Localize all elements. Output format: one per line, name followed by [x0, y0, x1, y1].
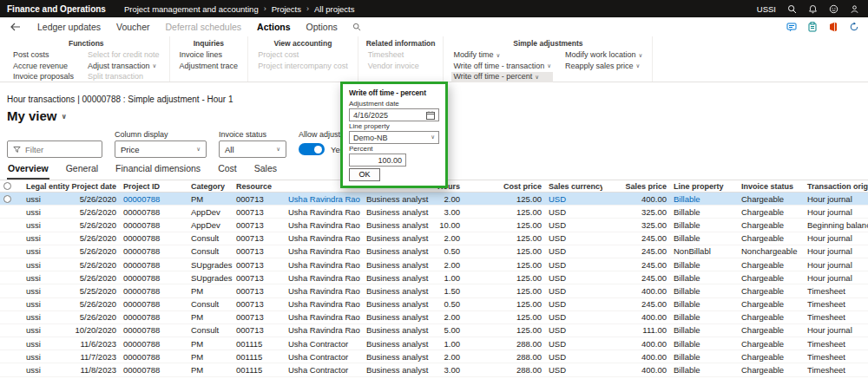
ribbon-column: Modify work location∨Reapply sales price…	[563, 50, 644, 82]
table-row[interactable]: ussi11/7/202300000788PM001115Usha Contra…	[0, 350, 868, 363]
column-header-sales-currency[interactable]: Sales currency	[545, 180, 602, 192]
table-row[interactable]: ussi5/26/202000000788AppDev000713Usha Ra…	[0, 206, 868, 219]
column-header-resource[interactable]: Resource	[233, 180, 285, 192]
column-header-transaction-origin[interactable]: Transaction origin	[804, 180, 868, 192]
quick-filter-input[interactable]: Filter	[7, 140, 102, 158]
bell-icon[interactable]	[808, 4, 818, 14]
cell-select[interactable]	[0, 284, 23, 297]
table-row[interactable]: ussi5/26/202000000788SUpgrades000713Usha…	[0, 258, 868, 271]
ribbon-button-write-off-time-percent[interactable]: Write off time - percent∨	[451, 72, 552, 82]
ribbon-button-label: Post costs	[13, 50, 49, 61]
cell-select[interactable]	[0, 258, 23, 271]
tab-overview[interactable]: Overview	[7, 162, 49, 180]
person-icon[interactable]	[850, 4, 859, 14]
column-header-category[interactable]: Category	[187, 180, 233, 192]
cell-select[interactable]	[0, 271, 23, 284]
calendar-icon[interactable]	[426, 111, 435, 120]
tab-sales[interactable]: Sales	[253, 162, 278, 180]
office-icon[interactable]	[828, 22, 838, 32]
column-header-legal-entity[interactable]: Legal entity	[23, 180, 71, 192]
column-header-select[interactable]	[0, 180, 23, 192]
cell-select[interactable]	[0, 298, 23, 310]
table-row[interactable]: ussi5/26/202000000788PM000713Usha Ravind…	[0, 193, 868, 206]
line-property-select[interactable]: Demo-NB ∨	[349, 131, 439, 144]
search-icon[interactable]	[787, 4, 797, 14]
ribbon-group-items: Invoice linesAdjustment trace	[178, 50, 240, 71]
cell-category: Consult	[187, 324, 233, 337]
tab-cost[interactable]: Cost	[217, 162, 238, 180]
tab-actions[interactable]: Actions	[249, 22, 299, 32]
ok-button[interactable]: OK	[349, 168, 380, 181]
ribbon-button-modify-work-location[interactable]: Modify work location∨	[563, 50, 644, 61]
cell-select[interactable]	[0, 363, 23, 376]
ribbon-button-modify-time[interactable]: Modify time∨	[451, 50, 552, 61]
column-header-invoice-status[interactable]: Invoice status	[738, 180, 804, 192]
cell-line-property: Billable	[670, 206, 738, 218]
cell-select[interactable]	[0, 232, 23, 245]
percent-input[interactable]: 100.00	[349, 154, 406, 167]
allow-adjustments-toggle[interactable]	[299, 143, 325, 155]
cell-select[interactable]	[0, 311, 23, 323]
ribbon-button-post-costs[interactable]: Post costs	[11, 50, 76, 61]
select-all-radio[interactable]	[3, 182, 11, 190]
table-row[interactable]: ussi10/20/202000000788Consult000713Usha …	[0, 324, 868, 337]
row-radio[interactable]	[3, 195, 11, 203]
column-header-cost-price[interactable]: Cost price	[464, 180, 545, 192]
adjustment-date-input[interactable]: 4/16/2025	[349, 108, 439, 121]
search-icon[interactable]	[345, 23, 368, 31]
breadcrumb-all-projects[interactable]: All projects	[310, 4, 358, 14]
invoice-status-select[interactable]: All ∨	[219, 140, 286, 158]
table-row[interactable]: ussi5/26/202000000788PM000713Usha Ravind…	[0, 311, 868, 324]
refresh-icon[interactable]	[849, 22, 859, 32]
app-name[interactable]: Finance and Operations	[0, 4, 120, 14]
tab-options[interactable]: Options	[299, 22, 345, 32]
tab-voucher[interactable]: Voucher	[108, 22, 158, 32]
cell-select[interactable]	[0, 337, 23, 350]
cell-select[interactable]	[0, 245, 23, 258]
ribbon-button-adjustment-trace[interactable]: Adjustment trace	[178, 62, 240, 72]
breadcrumb-module[interactable]: Project management and accounting	[120, 4, 263, 14]
cell-line-property[interactable]: Billable	[670, 193, 738, 205]
column-header-sales-price[interactable]: Sales price	[602, 180, 670, 192]
table-row[interactable]: ussi5/26/202000000788AppDev000713Usha Ra…	[0, 219, 868, 232]
tab-financial-dimensions[interactable]: Financial dimensions	[115, 162, 201, 180]
cell-sales-currency: USD	[545, 311, 602, 323]
breadcrumb-projects[interactable]: Projects	[267, 4, 306, 14]
tab-general[interactable]: General	[65, 162, 99, 180]
smiley-icon[interactable]	[829, 4, 838, 14]
ribbon-button-reapply-sales-price[interactable]: Reapply sales price∨	[563, 62, 644, 72]
ribbon-button-invoice-proposals[interactable]: Invoice proposals	[11, 72, 76, 82]
table-row[interactable]: ussi11/6/202300000788PM001115Usha Contra…	[0, 337, 868, 350]
cell-select[interactable]	[0, 193, 23, 205]
table-row[interactable]: ussi11/8/202300000788PM001115Usha Contra…	[0, 363, 868, 376]
cell-select[interactable]	[0, 350, 23, 363]
ribbon-button-adjust-transaction[interactable]: Adjust transaction∨	[86, 62, 161, 72]
column-header-line-property[interactable]: Line property	[670, 180, 738, 192]
cell-category: Consult	[187, 232, 233, 245]
message-icon[interactable]	[786, 22, 797, 32]
cell-resource-name[interactable]: Usha Ravindra Rao	[285, 193, 363, 205]
tab-ledger-updates[interactable]: Ledger updates	[30, 22, 108, 32]
cell-select[interactable]	[0, 206, 23, 218]
cell-select[interactable]	[0, 219, 23, 231]
column-header-project-id[interactable]: Project ID	[120, 180, 187, 192]
ribbon-group-title: Inquiries	[178, 39, 240, 48]
clipboard-icon[interactable]	[807, 22, 818, 32]
back-icon[interactable]	[0, 23, 30, 31]
column-display-select[interactable]: Price ∨	[115, 140, 207, 158]
company-picker[interactable]: USSI	[757, 4, 776, 14]
table-row[interactable]: ussi5/26/202000000788Consult000713Usha R…	[0, 232, 868, 245]
table-row[interactable]: ussi5/26/202000000788SUpgrades000713Usha…	[0, 271, 868, 284]
table-row[interactable]: ussi5/26/202000000788Consult000713Usha R…	[0, 298, 868, 311]
cell-project-id[interactable]: 00000788	[120, 193, 187, 205]
ribbon-button-accrue-revenue[interactable]: Accrue revenue	[11, 62, 76, 72]
cell-resource-role: Business analyst	[363, 258, 431, 271]
table-row[interactable]: ussi5/25/202000000788PM000713Usha Ravind…	[0, 284, 868, 297]
column-header-project-date[interactable]: Project date	[71, 180, 120, 192]
cell-sales-currency[interactable]: USD	[545, 193, 602, 205]
table-row[interactable]: ussi5/26/202000000788Consult000713Usha R…	[0, 245, 868, 258]
ribbon-button-invoice-lines[interactable]: Invoice lines	[178, 50, 240, 61]
ribbon-button-write-off-time-transaction[interactable]: Write off time - transaction∨	[451, 62, 552, 72]
cell-legal-entity: ussi	[23, 298, 71, 310]
cell-select[interactable]	[0, 324, 23, 337]
